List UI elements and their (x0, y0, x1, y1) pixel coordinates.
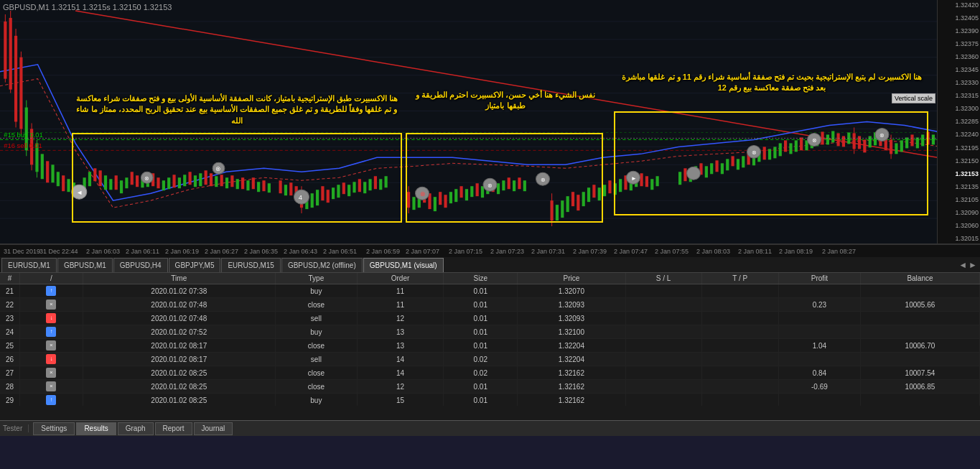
cell-time: 2020.01.02 07:48 (83, 312, 275, 325)
cell-icon: ↓ (20, 312, 83, 325)
cell-balance (860, 284, 979, 298)
svg-rect-54 (167, 177, 170, 189)
svg-rect-66 (230, 175, 233, 187)
table-row: 27 × 2020.01.02 08:25 close 14 0.02 1.32… (0, 366, 980, 380)
svg-rect-86 (337, 185, 340, 198)
cell-time: 2020.01.02 08:17 (83, 353, 275, 366)
table-scroll[interactable]: # / Time Type Order Size Price S / L T /… (0, 273, 980, 406)
cell-icon: ↓ (20, 353, 83, 366)
svg-rect-47 (131, 172, 134, 185)
cell-type: sell (275, 353, 357, 366)
tab-gbpusd-m1[interactable]: GBPUSD,M1 (57, 258, 113, 272)
table-row: 28 × 2020.01.02 08:25 close 12 0.01 1.32… (0, 380, 980, 394)
svg-rect-110 (476, 183, 479, 196)
svg-rect-71 (257, 182, 260, 192)
btab-settings[interactable]: Settings (33, 422, 75, 435)
tab-eurusd-m1[interactable]: EURUSD,M1 (1, 258, 57, 272)
svg-rect-57 (183, 175, 186, 186)
svg-rect-31 (41, 154, 44, 179)
svg-rect-153 (737, 159, 739, 170)
chart-area: GBPUSD,M1 1.32151 1.3215s 1.32150 1.3215… (0, 0, 980, 244)
btab-results[interactable]: Results (76, 422, 116, 435)
cell-time: 2020.01.02 07:48 (83, 298, 275, 312)
tester-label: Tester (3, 424, 29, 432)
svg-rect-64 (220, 175, 223, 186)
col-size: Size (444, 273, 518, 284)
tab-gbpusd-m1-visual[interactable]: GBPUSD,M1 (visual) (363, 258, 444, 272)
btab-report[interactable]: Report (155, 422, 192, 435)
svg-rect-72 (262, 180, 265, 191)
cell-price: 1.32162 (518, 366, 625, 380)
cell-type: close (275, 298, 357, 312)
tab-gbpjpy-m5[interactable]: GBPJPY,M5 (169, 258, 221, 272)
cell-icon: × (20, 339, 83, 353)
svg-rect-44 (115, 175, 118, 190)
svg-rect-131 (603, 185, 606, 196)
time-axis: 31 Dec 2019 31 Dec 22:44 2 Jan 06:03 2 J… (0, 244, 980, 257)
svg-text:⊗: ⊗ (144, 175, 149, 182)
table-header-row: # / Time Type Order Size Price S / L T /… (0, 273, 980, 284)
svg-rect-90 (358, 179, 361, 192)
tab-arrows: ◄ ► (958, 260, 977, 270)
svg-rect-40 (93, 168, 96, 181)
vertical-scale-label[interactable]: Vertical scale (892, 93, 935, 103)
svg-rect-87 (342, 182, 345, 194)
svg-rect-178 (863, 139, 866, 152)
tab-gbpusd-m2-offline[interactable]: GBPUSD,M2 (offline) (281, 258, 363, 272)
cell-size: 0.01 (444, 339, 518, 353)
cell-time: 2020.01.02 08:25 (83, 380, 275, 394)
cell-tp (701, 284, 778, 298)
col-tp: T / P (701, 273, 778, 284)
svg-rect-189 (916, 137, 919, 148)
cell-num: 29 (0, 394, 20, 407)
col-price: Price (518, 273, 625, 284)
cell-sl (625, 312, 701, 325)
svg-text:◄: ◄ (76, 189, 83, 196)
results-area: # / Time Type Order Size Price S / L T /… (0, 273, 980, 420)
cell-type: buy (275, 284, 357, 298)
svg-rect-59 (194, 175, 197, 187)
btab-graph[interactable]: Graph (118, 422, 154, 435)
svg-rect-105 (449, 192, 452, 203)
chart-tabs-row: EURUSD,M1 GBPUSD,M1 GBPUSD,H4 GBPJPY,M5 … (0, 257, 980, 273)
cell-type: sell (275, 312, 357, 325)
svg-rect-85 (332, 187, 335, 199)
svg-text:4: 4 (299, 194, 302, 201)
tab-scroll-left-icon[interactable]: ◄ (958, 260, 967, 270)
btab-journal[interactable]: Journal (194, 422, 233, 435)
svg-rect-152 (732, 156, 734, 166)
cell-price: 1.32204 (518, 339, 625, 353)
svg-rect-165 (800, 137, 803, 150)
svg-rect-53 (162, 180, 165, 190)
cell-tp (701, 394, 778, 407)
cell-price: 1.32093 (518, 298, 625, 312)
chart-title: GBPUSD,M1 1.32151 1.3215s 1.32150 1.3215… (3, 3, 172, 11)
svg-rect-162 (784, 140, 787, 152)
cell-tp (701, 339, 778, 353)
cell-profit: 1.04 (778, 339, 860, 353)
tab-gbpusd-h4[interactable]: GBPUSD,H4 (113, 258, 168, 272)
svg-rect-111 (481, 186, 484, 198)
svg-rect-75 (284, 185, 287, 195)
svg-rect-68 (241, 177, 244, 189)
cell-balance: 10005.66 (860, 298, 979, 312)
cell-profit (778, 325, 860, 339)
svg-rect-127 (582, 192, 585, 206)
cell-sl (625, 284, 701, 298)
cell-balance (860, 394, 979, 407)
svg-rect-69 (246, 180, 249, 190)
cell-icon: × (20, 366, 83, 380)
svg-rect-129 (592, 185, 595, 198)
tab-eurusd-m15[interactable]: EURUSD,M15 (221, 258, 280, 272)
svg-rect-172 (837, 133, 840, 146)
cell-price: 1.32162 (518, 380, 625, 394)
col-profit: Profit (778, 273, 860, 284)
svg-text:►: ► (631, 175, 637, 182)
table-body: 21 ↑ 2020.01.02 07:38 buy 11 0.01 1.3207… (0, 284, 980, 407)
tab-scroll-right-icon[interactable]: ► (969, 260, 977, 270)
svg-rect-35 (62, 175, 65, 191)
cell-tp (701, 366, 778, 380)
svg-rect-52 (157, 177, 159, 188)
svg-rect-141 (656, 176, 659, 186)
svg-rect-89 (353, 182, 355, 192)
